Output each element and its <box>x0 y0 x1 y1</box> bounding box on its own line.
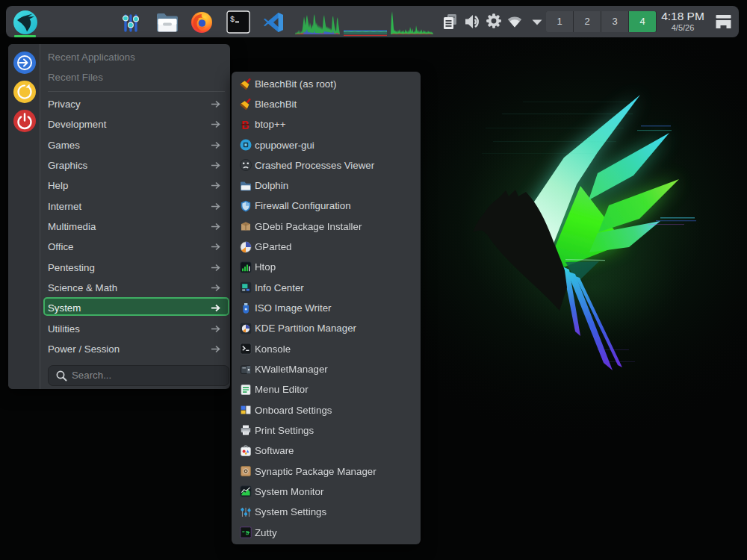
svg-text:$: $ <box>230 16 235 24</box>
